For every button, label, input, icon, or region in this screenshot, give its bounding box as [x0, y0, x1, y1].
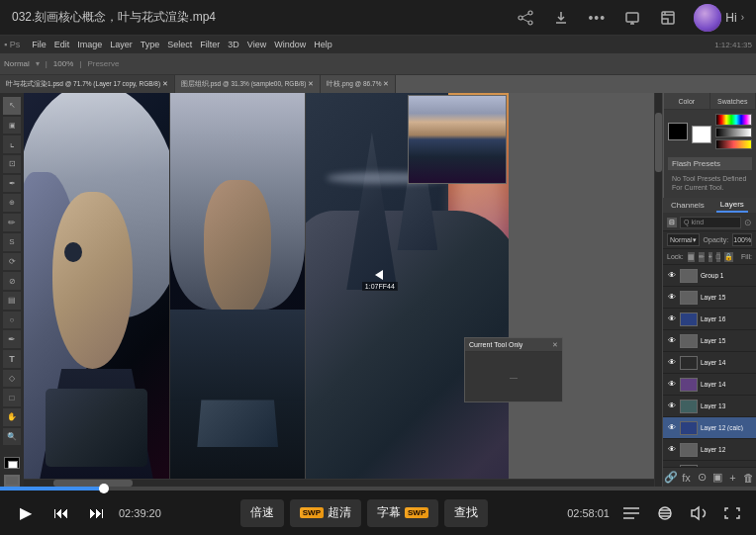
color-fg-box[interactable]: [668, 123, 688, 140]
new-group-btn[interactable]: ▣: [709, 470, 725, 486]
color-val-bar[interactable]: [715, 139, 752, 149]
window-icon[interactable]: [658, 8, 678, 28]
danmaku-icon[interactable]: [653, 501, 677, 525]
fg-color[interactable]: [4, 457, 20, 469]
tool-heal[interactable]: ⊕: [3, 194, 21, 212]
color-bg-box[interactable]: [692, 126, 711, 143]
ps-tab-2[interactable]: 叶枝.png @ 86.7% ✕: [321, 75, 396, 93]
tool-dodge[interactable]: ○: [3, 312, 21, 329]
tool-path[interactable]: ◇: [3, 370, 21, 388]
layer-visibility-5[interactable]: 👁: [667, 380, 677, 390]
color-tab[interactable]: Color: [664, 93, 710, 109]
ps-menu-layer[interactable]: Layer: [110, 40, 133, 49]
color-hue-bar[interactable]: [715, 114, 752, 126]
layer-visibility-6[interactable]: 👁: [667, 401, 677, 411]
tool-lasso[interactable]: ʟ: [3, 135, 21, 153]
ps-tab-0[interactable]: 叶与花式渲染1.psd @ 71.7% (Layer 17 copy, RGB/…: [0, 75, 175, 93]
channels-tab[interactable]: Channels: [667, 198, 709, 213]
layer-item-7[interactable]: 👁Layer 12 (calc): [663, 417, 756, 439]
color-sat-bar[interactable]: [715, 128, 752, 137]
layer-item-5[interactable]: 👁Layer 14: [663, 374, 756, 396]
horizontal-scrollbar[interactable]: [24, 479, 654, 487]
play-button[interactable]: ▶: [12, 499, 40, 527]
ps-menu-file[interactable]: File: [32, 40, 47, 49]
blend-mode-select[interactable]: Normal ▾: [667, 233, 700, 246]
tool-zoom[interactable]: 🔍: [3, 428, 21, 446]
tool-eyedropper[interactable]: ✒: [3, 175, 21, 193]
lock-all-icon[interactable]: 🔒: [724, 252, 733, 262]
new-layer-btn[interactable]: +: [725, 470, 741, 486]
ps-menu-window[interactable]: Window: [274, 40, 306, 49]
tool-text[interactable]: T: [3, 350, 21, 368]
ps-menu-select[interactable]: Select: [167, 40, 192, 49]
ps-menu-edit[interactable]: Edit: [54, 40, 70, 49]
layer-visibility-8[interactable]: 👁: [667, 445, 677, 455]
search-button[interactable]: 查找: [444, 499, 488, 527]
tool-gradient[interactable]: ▤: [3, 292, 21, 310]
tool-select[interactable]: ▣: [3, 117, 21, 134]
layer-item-0[interactable]: 👁Group 1: [663, 265, 756, 287]
layers-tab[interactable]: Layers: [716, 198, 748, 213]
opacity-input[interactable]: 100%: [732, 233, 752, 246]
ps-menu-filter[interactable]: Filter: [200, 40, 220, 49]
layer-visibility-1[interactable]: 👁: [667, 293, 677, 303]
layer-visibility-3[interactable]: 👁: [667, 336, 677, 346]
layers-filter-toggle[interactable]: ⊙: [744, 218, 752, 227]
tool-stamp[interactable]: S: [3, 233, 21, 251]
lock-transparent-icon[interactable]: ▦: [688, 252, 695, 262]
layer-mask-btn[interactable]: ⊙: [694, 470, 709, 486]
layer-visibility-0[interactable]: 👁: [667, 271, 677, 281]
volume-icon[interactable]: [687, 501, 710, 525]
quality-button[interactable]: SWP 超清: [290, 499, 361, 527]
lock-position-icon[interactable]: +: [709, 252, 712, 262]
share-icon[interactable]: [516, 8, 535, 28]
subtitle-button[interactable]: 字幕 SWP: [367, 499, 438, 527]
progress-handle[interactable]: [99, 484, 109, 493]
screen-icon[interactable]: [622, 8, 642, 28]
tool-history[interactable]: ⟳: [3, 253, 21, 271]
ps-menu-image[interactable]: Image: [77, 40, 102, 49]
layer-visibility-7[interactable]: 👁: [667, 423, 677, 433]
current-tool-close[interactable]: ✕: [552, 341, 558, 349]
tool-move[interactable]: ↖: [3, 97, 21, 115]
tool-eraser[interactable]: ⊘: [3, 272, 21, 290]
progress-bar[interactable]: [0, 487, 756, 490]
link-layers-btn[interactable]: 🔗: [663, 470, 679, 486]
swatches-tab[interactable]: Swatches: [710, 93, 757, 109]
speed-button[interactable]: 倍速: [240, 499, 284, 527]
more-icon[interactable]: •••: [587, 8, 607, 28]
layer-item-3[interactable]: 👁Layer 15: [663, 330, 756, 352]
fullscreen-icon[interactable]: [720, 501, 744, 525]
layer-item-8[interactable]: 👁Layer 12: [663, 439, 756, 461]
layer-thumb-0: [680, 269, 698, 283]
ps-menu-view[interactable]: View: [247, 40, 266, 49]
filter-icon[interactable]: ⊟: [667, 218, 677, 227]
layer-item-6[interactable]: 👁Layer 13: [663, 396, 756, 417]
tool-hand[interactable]: ✋: [3, 408, 21, 426]
ps-tab-1[interactable]: 图层组织.psd @ 31.3% (sample00, RGB/8) ✕: [175, 75, 321, 93]
layer-visibility-4[interactable]: 👁: [667, 358, 677, 368]
layers-search-box[interactable]: Q kind: [680, 217, 741, 228]
tool-crop[interactable]: ⊡: [3, 155, 21, 173]
tool-shape[interactable]: □: [3, 389, 21, 406]
ps-menu-3d[interactable]: 3D: [228, 40, 239, 49]
playlist-icon[interactable]: [619, 501, 643, 525]
layer-effects-btn[interactable]: fx: [679, 470, 695, 486]
layer-visibility-2[interactable]: 👁: [667, 314, 677, 324]
tool-pen[interactable]: ✒: [3, 330, 21, 348]
tool-brush[interactable]: ✏: [3, 214, 21, 231]
ps-menu-help[interactable]: Help: [314, 40, 332, 49]
layer-item-4[interactable]: 👁Layer 14: [663, 352, 756, 374]
layer-item-2[interactable]: 👁Layer 16: [663, 309, 756, 330]
lock-artboard-icon[interactable]: □: [716, 252, 720, 262]
layer-item-1[interactable]: 👁Layer 15: [663, 287, 756, 309]
vertical-scrollbar[interactable]: [654, 93, 662, 487]
download-icon[interactable]: [551, 8, 571, 28]
bg-color[interactable]: [4, 475, 20, 487]
lock-image-icon[interactable]: ✏: [699, 252, 705, 262]
prev-button[interactable]: ⏮: [47, 499, 75, 527]
user-area[interactable]: Hi ›: [694, 4, 744, 32]
delete-layer-btn[interactable]: 🗑: [740, 470, 756, 486]
ps-menu-type[interactable]: Type: [141, 40, 160, 49]
next-button[interactable]: ⏭: [83, 499, 111, 527]
